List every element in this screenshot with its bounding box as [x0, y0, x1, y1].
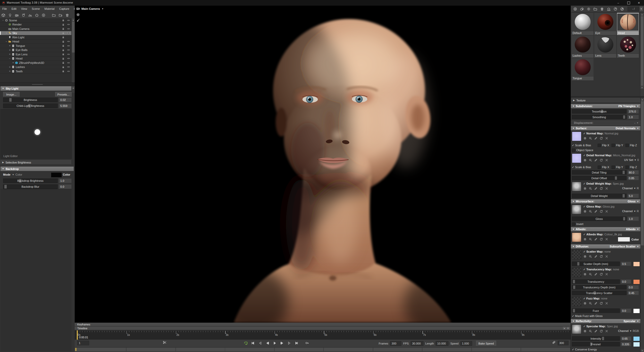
material-default[interactable]: Default [572, 13, 594, 35]
timeline-menu-icon[interactable]: ▼ [566, 327, 570, 330]
translucency-depth-mm-slider[interactable]: Translucency Depth (mm) [572, 285, 626, 289]
lock-icon[interactable] [61, 27, 65, 30]
mode-value[interactable]: Color [15, 173, 22, 176]
sky-panel-scrollbar[interactable]: ▲ [71, 86, 75, 93]
pencil-icon[interactable] [594, 210, 598, 213]
close-icon[interactable] [605, 158, 608, 162]
channel-dropdown[interactable]: Channel▼R [622, 210, 639, 213]
expander-icon[interactable]: + [8, 49, 11, 51]
eye-icon[interactable] [66, 23, 71, 26]
child-brightness-value[interactable]: 5.559 [59, 104, 72, 108]
search-icon[interactable] [589, 272, 592, 276]
loop-icon[interactable] [243, 340, 249, 346]
map-enabled-check[interactable]: ✓ [583, 182, 586, 185]
search-icon[interactable] [589, 302, 592, 305]
tree-row-lashes[interactable]: +Lashes [0, 65, 71, 70]
backdrop-blur-value[interactable]: 0.0 [59, 184, 72, 189]
speed-input[interactable]: 1.000 [460, 341, 472, 346]
fuzz-map-thumbnail[interactable] [572, 297, 581, 306]
fresnel-slider[interactable]: Fresnel [572, 342, 620, 346]
scatter-depth-mm-slider[interactable]: Scatter Depth (mm) [572, 262, 620, 266]
backdrop-brightness-value[interactable]: 1.0 [59, 178, 72, 183]
material-tongue[interactable]: Tongue [572, 58, 594, 80]
folder-icon[interactable] [592, 6, 599, 12]
albedo-color-swatch[interactable] [618, 237, 630, 242]
scatter-depth-mm-color-swatch[interactable] [633, 262, 640, 267]
sky-light-header[interactable]: ▼ Sky Light [1, 86, 74, 91]
refresh-icon[interactable] [599, 210, 603, 213]
fresnel-color-swatch[interactable] [633, 342, 640, 347]
current-frame-input[interactable]: 1 [77, 341, 89, 345]
link-icon[interactable] [552, 341, 556, 345]
expander-icon[interactable]: + [5, 32, 8, 35]
translucency-slider[interactable]: Translucency [572, 279, 620, 284]
backdrop-brightness-slider[interactable]: Backdrop Brightness [3, 178, 58, 183]
close-icon[interactable] [605, 237, 608, 241]
backdrop-header[interactable]: ▼ Backdrop [1, 167, 74, 171]
environment-icon[interactable] [27, 12, 33, 18]
tree-row-tongue[interactable]: +Tongue [0, 44, 71, 48]
search-icon[interactable] [589, 210, 592, 213]
gear-icon[interactable] [583, 210, 587, 213]
tree-row-head[interactable]: −Head [0, 57, 71, 61]
bulb-icon[interactable] [7, 12, 13, 18]
search-icon[interactable] [589, 329, 592, 333]
smoothing-value[interactable]: 1.0 [628, 115, 639, 119]
scale-bias-checkbox[interactable]: ✓Scale & Bias [572, 144, 598, 147]
gear-icon[interactable] [583, 329, 587, 333]
menu-view[interactable]: View [19, 6, 30, 12]
scroll-thumb[interactable] [72, 22, 75, 53]
section-mode-dropdown[interactable]: Subsurface Scatter [610, 245, 635, 248]
tree-row-main-camera[interactable]: Main Camera [0, 27, 71, 31]
eye-icon[interactable] [66, 48, 71, 51]
material-lens[interactable]: Lens [594, 36, 616, 58]
play-outline-icon[interactable] [286, 340, 292, 346]
skip-start-icon[interactable] [250, 340, 256, 346]
tessellation-slider[interactable]: Tessellation [572, 109, 626, 114]
tree-row-scene[interactable]: −Scene [0, 18, 71, 23]
length-input[interactable]: 10.000 [436, 341, 448, 346]
scroll-down-icon[interactable]: ▼ [641, 349, 644, 352]
timeline-bar[interactable]: Timeline ▲▼ [75, 327, 571, 330]
selective-brightness-header[interactable]: ▶ Selective Brightness [1, 160, 71, 165]
refresh-icon[interactable] [599, 136, 603, 140]
properties-scrollbar[interactable]: ▲ ▼ [640, 98, 644, 352]
eye-icon[interactable] [66, 19, 71, 22]
scatter-depth-mm-value[interactable]: 0.5 [621, 262, 631, 266]
refresh-icon[interactable] [599, 302, 603, 305]
scroll-down-icon[interactable]: ▼ [640, 86, 644, 89]
section-mode-dropdown[interactable]: - [634, 121, 635, 124]
brightness-slider[interactable]: Brightness [3, 98, 58, 102]
expander-icon[interactable]: + [8, 44, 11, 47]
lock-icon[interactable] [61, 53, 65, 56]
material-eye[interactable]: Eye [594, 13, 616, 35]
close-icon[interactable] [605, 136, 608, 140]
gear-icon[interactable] [583, 272, 587, 276]
pencil-icon[interactable] [594, 302, 598, 305]
close-icon[interactable] [605, 272, 608, 276]
search-icon[interactable] [589, 187, 592, 190]
close-icon[interactable] [605, 329, 608, 333]
gear-icon[interactable] [583, 136, 587, 140]
section-diffusion[interactable]: ▼Diffusion:Subsurface Scatter▼ [571, 244, 640, 248]
eye-icon[interactable] [66, 40, 71, 43]
section-mode-dropdown[interactable]: PN Triangles [618, 105, 635, 108]
material-pager[interactable]: - / [628, 6, 639, 11]
channel-dropdown[interactable]: Channel▼R [622, 187, 639, 190]
scroll-up-icon[interactable]: ▲ [640, 13, 644, 16]
specular-map-thumbnail[interactable] [572, 324, 581, 334]
scroll-thumb[interactable] [641, 16, 643, 86]
instance-icon[interactable] [579, 6, 585, 12]
intensity-value[interactable]: 0.65 [621, 336, 631, 341]
section-mode-dropdown[interactable]: Albedo [626, 228, 635, 231]
key-icon[interactable] [304, 340, 310, 346]
tree-row-teeth[interactable]: +Teeth [0, 69, 71, 74]
camera-selector[interactable]: Main Camera ▼ [76, 7, 104, 11]
trash-icon[interactable] [64, 12, 71, 18]
add-folder-icon[interactable] [57, 12, 64, 18]
map-enabled-check[interactable]: ✓ [583, 154, 586, 157]
material-head[interactable]: Head [617, 13, 639, 35]
lock-icon[interactable] [61, 40, 65, 43]
expander-icon[interactable]: + [8, 70, 11, 73]
detail-tiling-value[interactable]: 80.0 [628, 170, 639, 175]
